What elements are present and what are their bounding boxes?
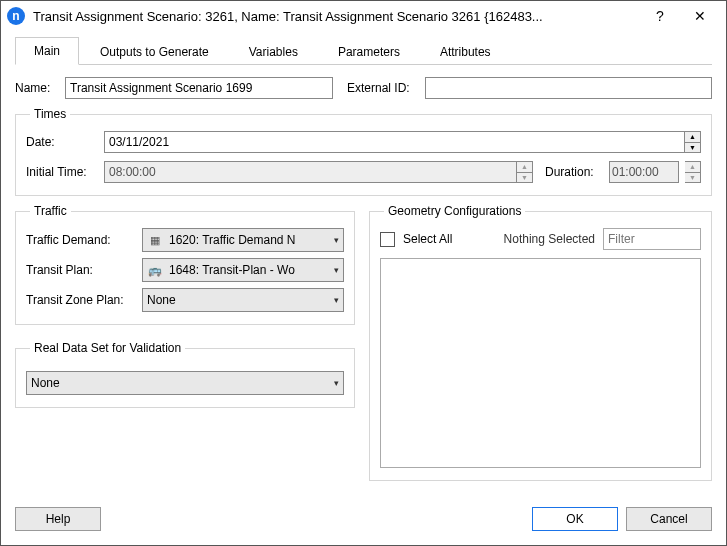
name-label: Name: [15, 81, 59, 95]
close-icon[interactable]: ✕ [680, 2, 720, 30]
initial-time-input [104, 161, 517, 183]
traffic-demand-value: 1620: Traffic Demand N [169, 233, 328, 247]
transit-zone-value: None [147, 293, 328, 307]
bus-icon: 🚌 [147, 262, 163, 278]
real-data-select[interactable]: None ▾ [26, 371, 344, 395]
cancel-button[interactable]: Cancel [626, 507, 712, 531]
grid-icon: ▦ [147, 232, 163, 248]
tab-attributes[interactable]: Attributes [421, 38, 510, 65]
chevron-down-icon: ▾ [334, 378, 339, 388]
chevron-down-icon: ▾ [334, 265, 339, 275]
external-id-label: External ID: [347, 81, 419, 95]
traffic-demand-label: Traffic Demand: [26, 233, 136, 247]
help-icon[interactable]: ? [640, 2, 680, 30]
window-title: Transit Assignment Scenario: 3261, Name:… [33, 9, 640, 24]
title-bar: n Transit Assignment Scenario: 3261, Nam… [1, 1, 726, 31]
dialog-footer: Help OK Cancel [1, 501, 726, 531]
date-input[interactable] [104, 131, 685, 153]
ok-button[interactable]: OK [532, 507, 618, 531]
date-label: Date: [26, 135, 98, 149]
transit-plan-value: 1648: Transit-Plan - Wo [169, 263, 328, 277]
chevron-up-icon[interactable]: ▲ [685, 132, 700, 142]
app-icon: n [7, 7, 25, 25]
chevron-down-icon[interactable]: ▼ [685, 142, 700, 153]
tab-variables[interactable]: Variables [230, 38, 317, 65]
tab-strip: Main Outputs to Generate Variables Param… [15, 37, 712, 65]
initial-time-label: Initial Time: [26, 165, 98, 179]
help-button[interactable]: Help [15, 507, 101, 531]
traffic-group: Traffic Traffic Demand: ▦ 1620: Traffic … [15, 204, 355, 325]
real-data-group: Real Data Set for Validation None ▾ [15, 341, 355, 408]
geometry-list[interactable] [380, 258, 701, 468]
chevron-down-icon: ▼ [685, 172, 700, 183]
tab-main[interactable]: Main [15, 37, 79, 65]
chevron-up-icon: ▲ [517, 162, 532, 172]
real-data-value: None [31, 376, 328, 390]
date-stepper[interactable]: ▲ ▼ [685, 131, 701, 153]
initial-time-stepper: ▲ ▼ [517, 161, 533, 183]
chevron-up-icon: ▲ [685, 162, 700, 172]
select-all-label: Select All [403, 232, 452, 246]
transit-zone-select[interactable]: None ▾ [142, 288, 344, 312]
transit-zone-label: Transit Zone Plan: [26, 293, 136, 307]
traffic-demand-select[interactable]: ▦ 1620: Traffic Demand N ▾ [142, 228, 344, 252]
chevron-down-icon: ▾ [334, 295, 339, 305]
transit-plan-select[interactable]: 🚌 1648: Transit-Plan - Wo ▾ [142, 258, 344, 282]
traffic-legend: Traffic [30, 204, 71, 218]
geometry-legend: Geometry Configurations [384, 204, 525, 218]
chevron-down-icon: ▼ [517, 172, 532, 183]
chevron-down-icon: ▾ [334, 235, 339, 245]
tab-outputs[interactable]: Outputs to Generate [81, 38, 228, 65]
transit-plan-label: Transit Plan: [26, 263, 136, 277]
duration-stepper: ▲ ▼ [685, 161, 701, 183]
external-id-input[interactable] [425, 77, 712, 99]
geometry-group: Geometry Configurations Select All Nothi… [369, 204, 712, 481]
name-input[interactable] [65, 77, 333, 99]
geometry-filter-input[interactable] [603, 228, 701, 250]
duration-label: Duration: [545, 165, 603, 179]
duration-input [609, 161, 679, 183]
times-group: Times Date: ▲ ▼ Initial Time: ▲ ▼ [15, 107, 712, 196]
select-all-checkbox[interactable] [380, 232, 395, 247]
real-data-legend: Real Data Set for Validation [30, 341, 185, 355]
geometry-status: Nothing Selected [504, 232, 595, 246]
tab-parameters[interactable]: Parameters [319, 38, 419, 65]
times-legend: Times [30, 107, 70, 121]
